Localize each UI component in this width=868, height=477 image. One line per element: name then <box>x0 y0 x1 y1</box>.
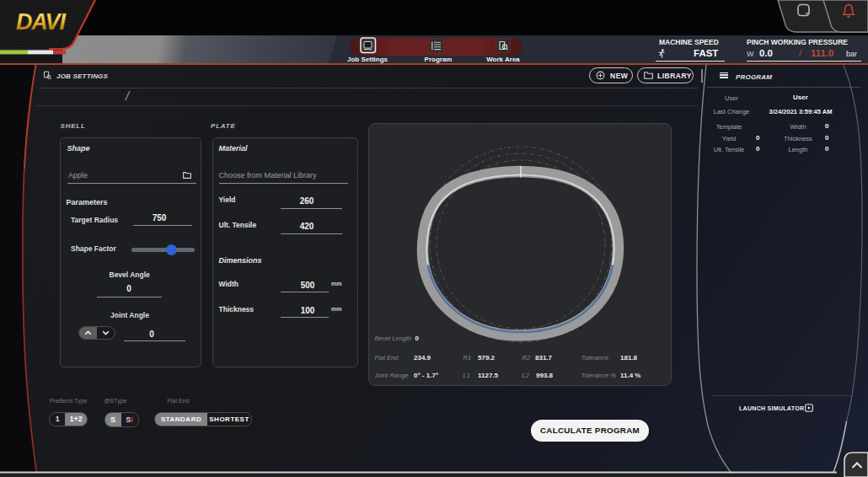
svg-text:DAVI: DAVI <box>16 9 66 35</box>
